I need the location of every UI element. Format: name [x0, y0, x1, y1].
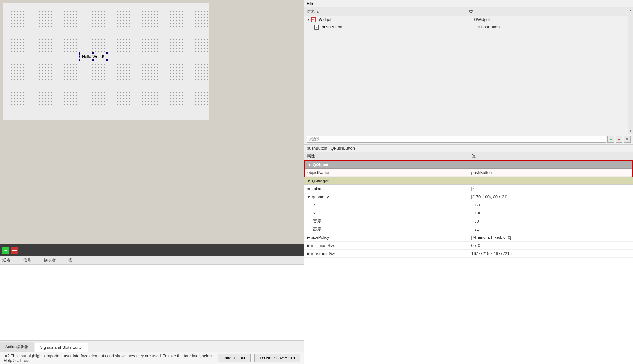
- scroll-up-arrow[interactable]: ▲: [628, 7, 633, 13]
- minimumsize-prop-name: ▶ minimumSize: [304, 242, 469, 249]
- maximumsize-row[interactable]: ▶ maximumSize 16777215 x 16777215: [304, 250, 633, 258]
- filter-bar: Filter: [304, 0, 633, 7]
- object-inspector: Filter 对象 ▲ 类 ▼ W: [304, 0, 633, 134]
- x-prop-name: X: [304, 202, 472, 208]
- receiver-col-header: 接收者: [44, 257, 56, 263]
- prop-table-header: 属性 值: [304, 152, 633, 160]
- sender-col-header: 送者: [2, 257, 11, 263]
- remove-connection-button[interactable]: —: [11, 247, 18, 254]
- pushbutton-icon: B: [314, 24, 319, 30]
- object-tree-header: 对象 ▲ 类: [304, 7, 628, 16]
- geometry-row[interactable]: ▼ geometry [(170, 100), 80 x 21]: [304, 193, 633, 201]
- pushbutton-tree-row[interactable]: B pushButton QPushButton: [304, 23, 628, 31]
- prop-filter-input[interactable]: [307, 136, 606, 143]
- bottom-toolbar: + —: [0, 244, 304, 256]
- qobject-group: ▼ QObject: [305, 161, 632, 169]
- minimumsize-row[interactable]: ▶ minimumSize 0 x 0: [304, 242, 633, 250]
- canvas-area: Hello World!: [0, 0, 304, 244]
- properties-panel: + − ✎ pushButton : QPushButton 属性 值 ▼ QO…: [304, 134, 633, 364]
- slot-col-header: 槽: [68, 257, 72, 263]
- maximumsize-expand-arrow[interactable]: ▶: [307, 251, 310, 256]
- enabled-prop-value[interactable]: ✓: [469, 186, 633, 192]
- qobject-expand-arrow[interactable]: ▼: [307, 162, 312, 167]
- filter-label: Filter: [307, 1, 316, 6]
- maximumsize-prop-value: 16777215 x 16777215: [469, 250, 633, 257]
- qwidget-section-name: ▼ QWidget: [304, 178, 633, 184]
- add-connection-button[interactable]: +: [2, 247, 9, 254]
- sizepolicy-row[interactable]: ▶ sizePolicy [Minimum, Fixed, 0, 0]: [304, 233, 633, 242]
- expand-widget-arrow[interactable]: ▼: [307, 18, 310, 21]
- qobject-section: ▼ QObject objectName pushButton: [304, 160, 633, 177]
- y-prop-value[interactable]: 100: [472, 210, 633, 216]
- width-prop-name: 宽度: [304, 218, 472, 225]
- signals-table: [0, 265, 304, 340]
- width-prop-value[interactable]: 80: [472, 218, 633, 224]
- prop-settings-button[interactable]: ✎: [624, 136, 631, 143]
- widget-name: Widget: [317, 17, 471, 22]
- prop-col-name: 属性: [304, 152, 469, 160]
- sizepolicy-expand-arrow[interactable]: ▶: [307, 235, 310, 240]
- signals-panel: 送者 信号 接收者 槽: [0, 256, 304, 340]
- enabled-prop-name: enabled: [304, 185, 469, 192]
- bottom-tabs: Action编辑器 Signals and Slots Editor: [0, 340, 304, 352]
- height-prop-value[interactable]: 21: [472, 226, 633, 232]
- hello-world-label: Hello World!: [82, 54, 104, 59]
- minimumsize-prop-value: 0 x 0: [469, 242, 633, 249]
- signal-col-header: 信号: [23, 257, 31, 263]
- pushbutton-class: QPushButton: [473, 24, 628, 30]
- prop-toolbar: + − ✎: [304, 134, 633, 145]
- sizepolicy-prop-name: ▶ sizePolicy: [304, 234, 469, 241]
- resize-handle-bm[interactable]: [92, 59, 94, 61]
- y-prop-name: Y: [304, 210, 472, 216]
- sizepolicy-prop-value: [Minimum, Fixed, 0, 0]: [469, 234, 633, 241]
- tour-bar: ur? This tour highlights important user …: [0, 352, 304, 364]
- qwidget-expand-arrow[interactable]: ▼: [307, 179, 311, 183]
- minimumsize-expand-arrow[interactable]: ▶: [307, 243, 310, 248]
- tab-signals-slots[interactable]: Signals and Slots Editor: [35, 343, 88, 352]
- sort-arrow: ▲: [316, 10, 319, 13]
- geometry-expand-arrow[interactable]: ▼: [307, 194, 311, 199]
- object-inspector-scrollbar[interactable]: ▲ ▼: [628, 7, 633, 134]
- signals-header: 送者 信号 接收者 槽: [0, 256, 304, 265]
- class-col-header: 类: [466, 7, 628, 16]
- widget-class: QWidget: [471, 17, 628, 22]
- qobject-group-name: ▼ QObject: [305, 161, 632, 168]
- geometry-prop-name: ▼ geometry: [304, 194, 469, 200]
- resize-handle-tr[interactable]: [106, 52, 108, 54]
- resize-handle-br[interactable]: [106, 59, 108, 61]
- widget-tree-row[interactable]: ▼ W Widget QWidget: [304, 16, 628, 23]
- maximumsize-prop-name: ▶ maximumSize: [304, 250, 469, 257]
- height-row[interactable]: 高度 21: [304, 225, 633, 233]
- take-tour-button[interactable]: Take UI Tour: [218, 354, 251, 362]
- prop-remove-button[interactable]: −: [616, 136, 622, 143]
- prop-col-value: 值: [469, 152, 633, 160]
- scroll-down-arrow[interactable]: ▼: [628, 128, 633, 134]
- enabled-row[interactable]: enabled ✓: [304, 185, 633, 193]
- qwidget-section: ▼ QWidget: [304, 177, 633, 185]
- widget-icon: W: [311, 17, 316, 22]
- objectname-row[interactable]: objectName pushButton: [305, 169, 632, 177]
- hello-world-button[interactable]: Hello World!: [79, 53, 107, 60]
- height-prop-name: 高度: [304, 226, 472, 233]
- resize-handle-bl[interactable]: [79, 59, 80, 61]
- width-row[interactable]: 宽度 80: [304, 217, 633, 225]
- tab-action-editor[interactable]: Action编辑器: [0, 342, 34, 352]
- y-row[interactable]: Y 100: [304, 209, 633, 217]
- object-col-header: 对象 ▲: [304, 7, 466, 16]
- prop-table: 属性 值 ▼ QObject objectName pushButton: [304, 152, 633, 364]
- tour-text: ur? This tour highlights important user …: [4, 353, 214, 363]
- resize-handle-tl[interactable]: [79, 52, 80, 54]
- geometry-prop-value: [(170, 100), 80 x 21]: [469, 194, 633, 200]
- x-row[interactable]: X 170: [304, 201, 633, 209]
- x-prop-value[interactable]: 170: [472, 202, 633, 208]
- prop-title: pushButton : QPushButton: [304, 145, 633, 152]
- objectname-prop-name: objectName: [305, 169, 469, 176]
- resize-handle-tm[interactable]: [92, 52, 94, 54]
- objectname-prop-value[interactable]: pushButton: [469, 169, 633, 176]
- prop-add-button[interactable]: +: [607, 136, 614, 143]
- do-not-show-button[interactable]: Do Not Show Again: [254, 354, 300, 362]
- enabled-checkbox[interactable]: ✓: [471, 187, 476, 191]
- pushbutton-name: pushButton: [321, 24, 473, 30]
- canvas-widget[interactable]: Hello World!: [3, 3, 209, 120]
